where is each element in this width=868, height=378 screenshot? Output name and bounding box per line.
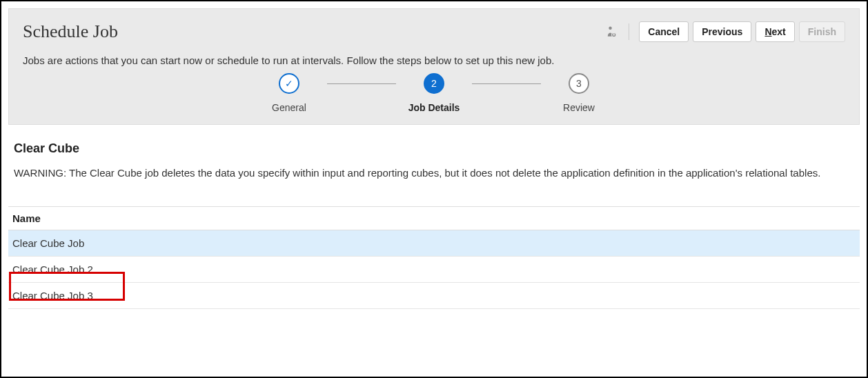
step-connector: [327, 83, 396, 84]
cancel-button-label: Cancel: [648, 26, 680, 37]
step-label: Review: [563, 102, 595, 113]
table-row[interactable]: Clear Cube Job 3: [8, 283, 860, 309]
step-connector: [472, 83, 541, 84]
step-number-icon: 3: [569, 73, 589, 94]
step-number-icon: 2: [424, 73, 444, 94]
next-button[interactable]: Next: [756, 21, 794, 42]
accessibility-icon[interactable]: [605, 25, 618, 39]
finish-button-label: Finish: [808, 26, 836, 37]
step-label: Job Details: [408, 102, 460, 113]
section-clear-cube: Clear Cube WARNING: The Clear Cube job d…: [8, 125, 860, 186]
page-title: Schedule Job: [23, 21, 118, 42]
wizard-header-panel: Schedule Job Cancel Previous: [8, 8, 860, 125]
step-label: General: [272, 102, 306, 113]
cell-name: Clear Cube Job 2: [8, 257, 860, 283]
step-review[interactable]: 3 Review: [541, 73, 617, 113]
next-button-label: ext: [772, 26, 786, 37]
section-title: Clear Cube: [14, 141, 854, 156]
table-row[interactable]: Clear Cube Job: [8, 230, 860, 257]
step-general[interactable]: ✓ General: [251, 73, 327, 113]
column-header-name[interactable]: Name: [8, 207, 860, 230]
previous-button-label: Previous: [702, 26, 742, 37]
step-job-details[interactable]: 2 Job Details: [396, 73, 472, 113]
header-actions: Cancel Previous Next Finish: [605, 21, 845, 42]
next-button-accel: N: [765, 26, 771, 37]
finish-button: Finish: [799, 21, 845, 42]
svg-point-0: [609, 27, 613, 30]
header-row: Schedule Job Cancel Previous: [23, 21, 845, 42]
wizard-train: ✓ General 2 Job Details 3 Review: [23, 73, 845, 113]
window-frame: Schedule Job Cancel Previous: [0, 0, 868, 378]
table-row[interactable]: Clear Cube Job 2: [8, 257, 860, 283]
cell-name: Clear Cube Job: [8, 230, 860, 257]
jobs-table: Name Clear Cube Job Clear Cube Job 2 Cle…: [8, 206, 860, 309]
previous-button[interactable]: Previous: [693, 21, 751, 42]
cancel-button[interactable]: Cancel: [639, 21, 689, 42]
check-icon: ✓: [279, 73, 299, 94]
cell-name: Clear Cube Job 3: [8, 283, 860, 309]
separator: [629, 23, 629, 40]
svg-rect-3: [613, 32, 614, 34]
intro-text: Jobs are actions that you can start now …: [23, 54, 845, 66]
section-warning-text: WARNING: The Clear Cube job deletes the …: [14, 167, 854, 179]
